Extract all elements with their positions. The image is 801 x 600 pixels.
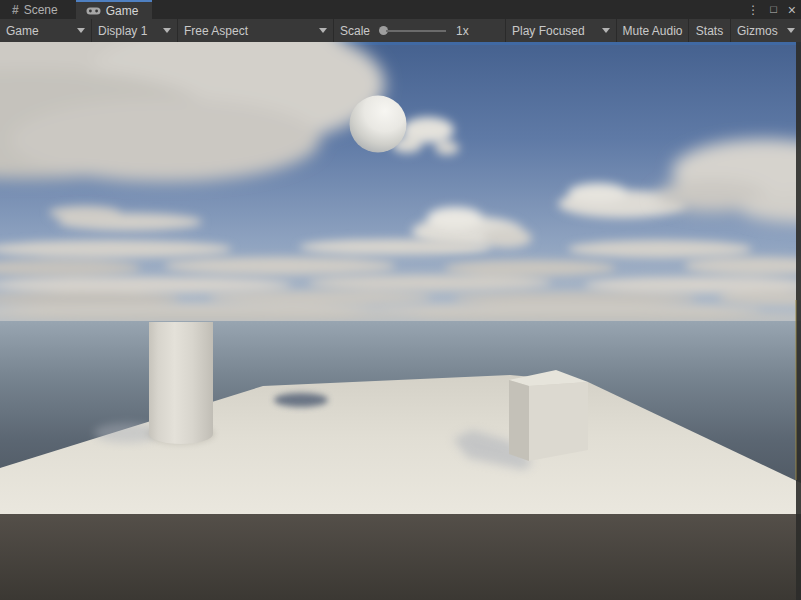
gizmos-label: Gizmos <box>737 24 778 38</box>
maximize-icon[interactable]: □ <box>770 4 777 15</box>
tab-game-label: Game <box>106 4 139 18</box>
gamepad-icon <box>86 6 101 16</box>
scale-slider-track[interactable] <box>386 30 446 32</box>
chevron-down-icon <box>319 28 327 33</box>
mute-audio-label: Mute Audio <box>622 24 682 38</box>
play-focused-dropdown[interactable]: Play Focused <box>506 19 617 42</box>
game-mode-label: Game <box>6 24 39 38</box>
close-icon[interactable]: × <box>788 3 796 17</box>
game-render-viewport[interactable] <box>0 42 801 600</box>
mute-audio-button[interactable]: Mute Audio <box>617 19 689 42</box>
chevron-down-icon <box>163 28 171 33</box>
rendered-scene <box>0 42 801 600</box>
stats-label: Stats <box>696 24 723 38</box>
sphere-object <box>350 96 407 153</box>
platform-front-face <box>0 514 801 600</box>
tab-game[interactable]: Game <box>76 0 153 19</box>
cube-object <box>509 370 588 461</box>
aspect-ratio-dropdown[interactable]: Free Aspect <box>178 19 334 42</box>
scale-label: Scale <box>340 24 370 38</box>
scale-slider-group: Scale 1x <box>334 19 506 42</box>
scale-value: 1x <box>456 24 469 38</box>
gizmos-dropdown[interactable]: Gizmos <box>731 19 801 42</box>
unity-game-window: # Scene Game ⋮ □ × Game Display 1 <box>0 0 801 600</box>
stats-button[interactable]: Stats <box>689 19 731 42</box>
game-mode-dropdown[interactable]: Game <box>0 19 92 42</box>
game-view-toolbar: Game Display 1 Free Aspect Scale 1x Play… <box>0 19 801 42</box>
display-dropdown[interactable]: Display 1 <box>92 19 178 42</box>
chevron-down-icon <box>77 28 85 33</box>
cloud-band-horizon <box>0 239 801 323</box>
display-label: Display 1 <box>98 24 147 38</box>
tab-scene[interactable]: # Scene <box>2 0 68 19</box>
cylinder-object <box>149 322 213 444</box>
tab-scene-label: Scene <box>24 3 58 17</box>
chevron-down-icon <box>602 28 610 33</box>
grid-icon: # <box>12 4 19 16</box>
play-focused-label: Play Focused <box>512 24 585 38</box>
tab-bar: # Scene Game ⋮ □ × <box>0 0 801 19</box>
window-controls: ⋮ □ × <box>747 0 796 19</box>
chevron-down-icon <box>787 28 795 33</box>
aspect-label: Free Aspect <box>184 24 248 38</box>
sphere-shadow <box>274 393 328 407</box>
menu-icon[interactable]: ⋮ <box>747 4 759 16</box>
